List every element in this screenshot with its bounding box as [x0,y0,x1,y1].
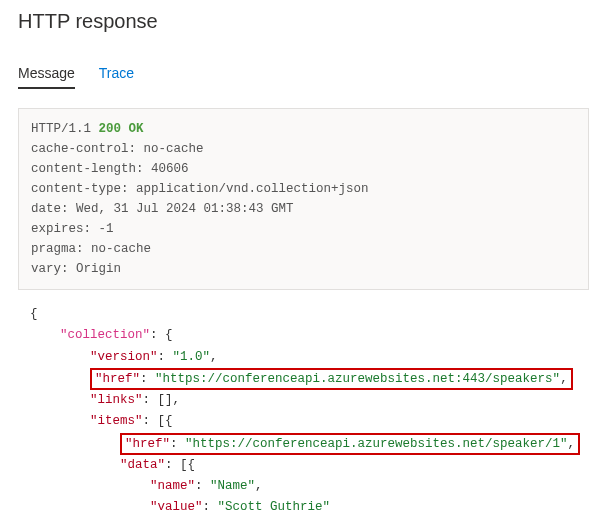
http-status-proto: HTTP/1.1 [31,122,91,136]
json-key-name: "name" [150,479,195,493]
highlight-href-speaker1: "href": "https://conferenceapi.azurewebs… [120,433,580,455]
response-body-json: { "collection": { "version": "1.0", "hre… [18,290,589,513]
response-headers-box: HTTP/1.1 200 OK cache-control: no-cache … [18,108,589,290]
header-pragma: pragma: no-cache [31,242,151,256]
header-vary: vary: Origin [31,262,121,276]
header-content-length: content-length: 40606 [31,162,189,176]
json-key-data: "data" [120,458,165,472]
header-expires: expires: -1 [31,222,114,236]
json-val-href1: "https://conferenceapi.azurewebsites.net… [155,372,560,386]
json-val-value: "Scott Guthrie" [218,500,331,513]
json-key-href: "href" [125,437,170,451]
page-title: HTTP response [18,10,589,33]
json-key-version: "version" [90,350,158,364]
json-key-value: "value" [150,500,203,513]
json-key-links: "links" [90,393,143,407]
header-cache-control: cache-control: no-cache [31,142,204,156]
json-val-version: "1.0" [173,350,211,364]
header-content-type: content-type: application/vnd.collection… [31,182,369,196]
json-val-href2: "https://conferenceapi.azurewebsites.net… [185,437,568,451]
json-key-href: "href" [95,372,140,386]
json-key-collection: "collection" [60,328,150,342]
tab-message[interactable]: Message [18,61,75,89]
json-key-items: "items" [90,414,143,428]
json-val-name: "Name" [210,479,255,493]
tab-trace[interactable]: Trace [99,61,134,89]
tabs-bar: Message Trace [18,61,589,90]
header-date: date: Wed, 31 Jul 2024 01:38:43 GMT [31,202,294,216]
highlight-href-speakers: "href": "https://conferenceapi.azurewebs… [90,368,573,390]
http-status-code: 200 OK [99,122,144,136]
